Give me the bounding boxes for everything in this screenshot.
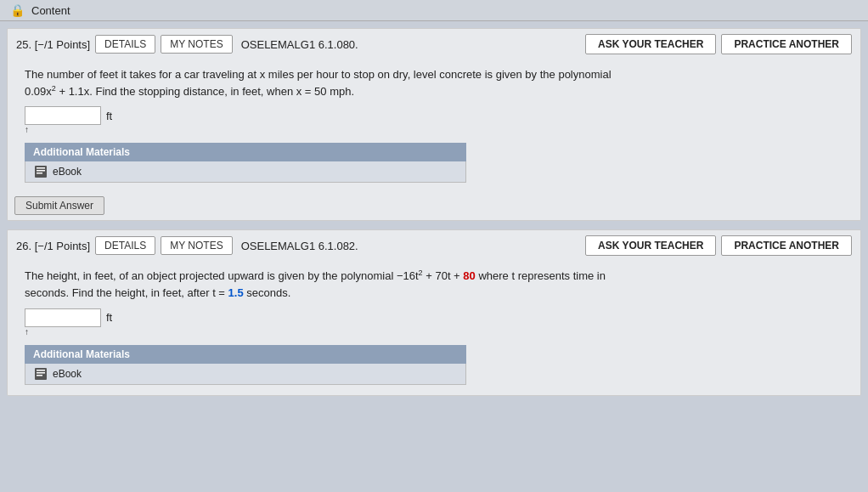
submit-button-25[interactable]: Submit Answer (14, 196, 104, 215)
top-bar: 🔒 Content (0, 0, 868, 21)
question-body-25: The number of feet it takes for a car tr… (8, 59, 860, 193)
question-header-right-26: ASK YOUR TEACHER PRACTICE ANOTHER (585, 235, 852, 256)
svg-rect-3 (37, 172, 42, 174)
up-arrow-25: ↑ (25, 125, 843, 134)
ask-teacher-button-26[interactable]: ASK YOUR TEACHER (585, 235, 716, 256)
answer-input-26[interactable] (25, 308, 101, 327)
svg-rect-6 (37, 372, 45, 374)
question-card-25: 25. [−/1 Points] DETAILS MY NOTES OSELEM… (7, 28, 861, 221)
additional-materials-header-26: Additional Materials (25, 345, 466, 364)
answer-row-26: ft (25, 308, 843, 327)
question-text-25: The number of feet it takes for a car tr… (25, 66, 619, 99)
mynotes-button-26[interactable]: MY NOTES (161, 236, 232, 255)
question-card-26: 26. [−/1 Points] DETAILS MY NOTES OSELEM… (7, 229, 861, 395)
question-header-left-26: 26. [−/1 Points] DETAILS MY NOTES OSELEM… (16, 236, 358, 255)
details-button-25[interactable]: DETAILS (95, 35, 155, 54)
highlight-red-26: 80 (463, 270, 475, 283)
question-text-part2-25: + 1.1x. Find the stopping distance, in f… (56, 85, 354, 98)
mynotes-button-25[interactable]: MY NOTES (161, 35, 232, 54)
question-header-26: 26. [−/1 Points] DETAILS MY NOTES OSELEM… (8, 230, 860, 261)
ebook-label-26[interactable]: eBook (53, 368, 82, 380)
question-header-right-25: ASK YOUR TEACHER PRACTICE ANOTHER (585, 34, 852, 54)
question-body-26: The height, in feet, of an object projec… (8, 261, 860, 394)
highlight-blue-26: 1.5 (228, 286, 244, 299)
main-content: 25. [−/1 Points] DETAILS MY NOTES OSELEM… (0, 21, 868, 492)
question-number-26: 26. [−/1 Points] (16, 240, 90, 252)
top-bar-title: Content (31, 4, 70, 17)
submit-row-25: Submit Answer (8, 193, 860, 220)
question-text-26: The height, in feet, of an object projec… (25, 268, 619, 301)
svg-rect-5 (37, 370, 45, 371)
ebook-row-25: eBook (34, 165, 457, 178)
up-arrow-26: ↑ (25, 327, 843, 336)
additional-materials-body-26: eBook (25, 364, 466, 385)
answer-row-25: ft (25, 106, 843, 125)
lock-icon: 🔒 (10, 3, 25, 17)
unit-label-25: ft (106, 110, 112, 122)
answer-input-25[interactable] (25, 106, 101, 125)
question-header-25: 25. [−/1 Points] DETAILS MY NOTES OSELEM… (8, 29, 860, 59)
ebook-icon-25 (34, 165, 48, 178)
additional-materials-26: Additional Materials eBook (25, 345, 466, 385)
ebook-icon-26 (34, 367, 48, 381)
question-code-26: OSELEMALG1 6.1.082. (241, 240, 358, 252)
details-button-26[interactable]: DETAILS (95, 236, 155, 255)
question-number-25: 25. [−/1 Points] (16, 38, 90, 51)
ebook-row-26: eBook (34, 367, 457, 381)
ebook-label-25[interactable]: eBook (53, 166, 82, 178)
ask-teacher-button-25[interactable]: ASK YOUR TEACHER (585, 34, 716, 54)
additional-materials-header-25: Additional Materials (25, 143, 466, 161)
svg-rect-1 (37, 167, 45, 169)
svg-rect-7 (37, 375, 42, 376)
question-code-25: OSELEMALG1 6.1.080. (241, 38, 358, 51)
question-text-part4-26: seconds. (244, 286, 291, 299)
question-header-left-25: 25. [−/1 Points] DETAILS MY NOTES OSELEM… (16, 35, 358, 54)
additional-materials-body-25: eBook (25, 161, 466, 183)
question-text-part2-26: + 70t + (423, 270, 464, 283)
question-text-part1-26: The height, in feet, of an object projec… (25, 270, 419, 283)
practice-another-button-26[interactable]: PRACTICE ANOTHER (721, 235, 852, 256)
practice-another-button-25[interactable]: PRACTICE ANOTHER (721, 34, 852, 54)
additional-materials-25: Additional Materials eBook (25, 143, 466, 183)
svg-rect-2 (37, 170, 45, 172)
unit-label-26: ft (106, 311, 112, 324)
